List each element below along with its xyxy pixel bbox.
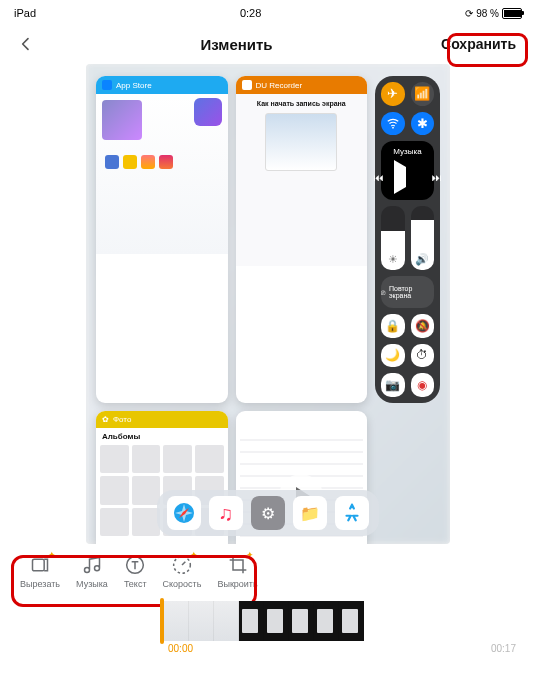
files-icon[interactable]: 📁: [293, 496, 327, 530]
battery-indicator: ⟳ 98 %: [465, 8, 522, 19]
cut-icon: [30, 555, 50, 575]
volume-slider[interactable]: 🔊: [411, 206, 435, 270]
app-card-appstore: App Store: [96, 76, 228, 403]
music-tool[interactable]: Музыка: [76, 554, 108, 589]
music-icon[interactable]: ♫: [209, 496, 243, 530]
screen-mirror-button[interactable]: ⎚Повтор экрана: [381, 276, 434, 308]
appstore-icon[interactable]: [335, 496, 369, 530]
cellular-toggle[interactable]: 📶: [411, 82, 435, 106]
time-end: 00:17: [491, 643, 516, 654]
safari-icon[interactable]: [167, 496, 201, 530]
crop-tool[interactable]: ✦ Выкроить: [217, 554, 257, 589]
dnd-toggle[interactable]: 🌙: [381, 344, 405, 368]
dock: ♫ ⚙ 📁: [157, 490, 379, 536]
time-start: 00:00: [168, 643, 193, 654]
svg-rect-2: [33, 559, 45, 571]
record-button[interactable]: ◉: [411, 373, 435, 397]
bluetooth-toggle[interactable]: ✱: [411, 112, 435, 136]
wifi-toggle[interactable]: [381, 112, 405, 136]
play-icon: [394, 160, 426, 194]
app-card-recorder: DU Recorder Как начать запись экрана: [236, 76, 368, 403]
video-preview[interactable]: App Store DU Recorder Как начать запись …: [86, 64, 450, 544]
mute-toggle[interactable]: 🔕: [411, 314, 435, 338]
svg-point-0: [392, 127, 394, 129]
text-icon: [125, 555, 145, 575]
speed-tool[interactable]: ✦ Скорость: [163, 554, 202, 589]
toolbar: ✦ Вырезать Музыка Текст ✦ Скорость ✦ Вык…: [0, 544, 536, 597]
text-tool[interactable]: Текст: [124, 554, 147, 589]
wifi-icon: [386, 116, 400, 130]
settings-icon[interactable]: ⚙: [251, 496, 285, 530]
time-labels: 00:00 00:17: [0, 641, 536, 656]
airplane-toggle[interactable]: ✈: [381, 82, 405, 106]
nav-bar: Изменить Сохранить: [0, 26, 536, 62]
rotation-lock[interactable]: 🔒: [381, 314, 405, 338]
music-widget[interactable]: Музыка ⏮ ⏭: [381, 141, 434, 200]
timer-button[interactable]: ⏱: [411, 344, 435, 368]
page-title: Изменить: [40, 36, 433, 53]
status-bar: iPad 0:28 ⟳ 98 %: [0, 0, 536, 26]
cut-tool[interactable]: ✦ Вырезать: [20, 554, 60, 589]
chevron-left-icon: [18, 36, 34, 52]
camera-button[interactable]: 📷: [381, 373, 405, 397]
music-note-icon: [82, 555, 102, 575]
brightness-slider[interactable]: ☀: [381, 206, 405, 270]
save-button[interactable]: Сохранить: [433, 32, 524, 56]
device-label: iPad: [14, 7, 36, 19]
gauge-icon: [172, 555, 192, 575]
crop-icon: [228, 555, 248, 575]
clock: 0:28: [36, 7, 465, 19]
timeline[interactable]: [0, 597, 536, 641]
back-button[interactable]: [12, 30, 40, 58]
control-center: ✈ 📶 ✱ Музыка ⏮ ⏭ ☀ 🔊: [375, 76, 440, 403]
